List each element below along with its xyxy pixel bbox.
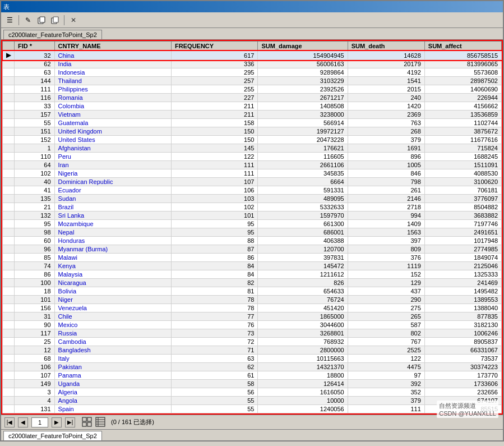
cell-sum-death: 437 <box>348 287 424 296</box>
table-row[interactable]: 68Italy631011566312273537 <box>3 355 502 363</box>
table-row[interactable]: 157Vietnam2113238000236913536859 <box>3 111 502 119</box>
table-row[interactable]: 110Peru1221166058961688245 <box>3 153 502 161</box>
table-row[interactable]: 33Colombia211140850814204156662 <box>3 102 502 111</box>
cell-sum-death: 352 <box>348 388 424 397</box>
col-header-death[interactable]: SUM_death <box>348 42 424 51</box>
cell-frequency: 211 <box>172 111 258 119</box>
cell-sum-damage: 591331 <box>258 186 348 195</box>
cell-cntry: Dominican Republic <box>54 178 172 186</box>
table-row[interactable]: 101Niger78767242901389553 <box>3 296 502 304</box>
table-row[interactable]: 102Nigeria1113458358464088530 <box>3 169 502 178</box>
cell-sum-death: 1541 <box>348 77 424 85</box>
col-header-damage[interactable]: SUM_damage <box>258 42 348 51</box>
table-row[interactable]: 4Angola5510000379674107 <box>3 397 502 405</box>
cell-sum-affect: 877835 <box>424 312 501 321</box>
toolbar-btn-copy2[interactable] <box>49 14 61 26</box>
cell-sum-death: 152 <box>348 270 424 279</box>
table-row[interactable]: 90Mexico7630446005873182130 <box>3 321 502 329</box>
table-row[interactable]: 156Venezuela784514202751388040 <box>3 304 502 312</box>
col-header-affect[interactable]: SUM_affect <box>424 42 501 51</box>
table-row[interactable]: 21Brazil102533263327188504882 <box>3 203 502 211</box>
cell-cntry: Bangladesh <box>54 346 172 355</box>
cell-frequency: 78 <box>172 304 258 312</box>
cell-cntry: Angola <box>54 397 172 405</box>
table-row[interactable]: 135Sudan10348909521463776097 <box>3 195 502 203</box>
tab-main[interactable]: c2000later_FeatureToPoint_Sp2 <box>3 30 102 39</box>
table-row[interactable]: 149Uganda581264143921733606 <box>3 380 502 388</box>
cell-fid: 31 <box>15 312 55 321</box>
table-row[interactable]: 3Algeria561616050352232656 <box>3 388 502 397</box>
cell-frequency: 81 <box>172 287 258 296</box>
row-indicator <box>3 346 15 355</box>
table-row[interactable]: 132Sri Lanka10115979709943683882 <box>3 211 502 220</box>
table-row[interactable]: 41Ecuador106591331261706181 <box>3 186 502 195</box>
cell-fid: 132 <box>15 211 55 220</box>
table-row[interactable]: 55Guatemala1585669147631102744 <box>3 119 502 127</box>
col-header-freq[interactable]: FREQUENCY <box>172 42 258 51</box>
toolbar-btn-copy1[interactable] <box>35 14 48 26</box>
cell-sum-damage: 451420 <box>258 304 348 312</box>
table-row[interactable]: 98Nepal9568600115632491651 <box>3 228 502 237</box>
cell-sum-death: 1409 <box>348 220 424 228</box>
table-row[interactable]: 60Honduras884063883971017948 <box>3 237 502 245</box>
row-indicator <box>3 119 15 127</box>
row-indicator <box>3 85 15 94</box>
table-row[interactable]: 131Spain55124005611185515 <box>3 405 502 413</box>
cell-sum-death: 2718 <box>348 203 424 211</box>
page-input[interactable] <box>31 417 48 427</box>
cell-sum-death: 129 <box>348 279 424 287</box>
table-row[interactable]: 117Russia7332688018021006246 <box>3 329 502 338</box>
row-indicator <box>3 397 15 405</box>
cell-frequency: 87 <box>172 245 258 254</box>
cell-fid: 64 <box>15 161 55 169</box>
cell-sum-affect: 3875672 <box>424 127 501 136</box>
nav-first-btn[interactable]: |◀ <box>4 417 15 427</box>
cell-sum-damage: 345835 <box>258 169 348 178</box>
bottom-tab[interactable]: c2000later_FeatureToPoint_Sp2 <box>3 431 102 440</box>
toolbar-btn-delete[interactable]: ✕ <box>67 14 80 26</box>
nav-last-btn[interactable]: ▶| <box>65 417 75 427</box>
table-row[interactable]: 107Panama611880097173770 <box>3 371 502 380</box>
table-row[interactable]: 18Bolivia816546334371495482 <box>3 287 502 296</box>
cell-sum-damage: 1865000 <box>258 312 348 321</box>
cell-sum-death: 846 <box>348 169 424 178</box>
table-row[interactable]: 151United Kingdom150199721272683875672 <box>3 127 502 136</box>
svg-rect-7 <box>87 422 91 426</box>
cell-fid: 102 <box>15 169 55 178</box>
table-row[interactable]: 144Thailand2573103229154128987502 <box>3 77 502 85</box>
nav-prev-btn[interactable]: ◀ <box>18 417 28 427</box>
cell-sum-damage: 406388 <box>258 237 348 245</box>
table-row[interactable]: 1Afghanistan1451766211691715824 <box>3 144 502 153</box>
table-row[interactable]: 63Indonesia295928986441925573608 <box>3 68 502 77</box>
toolbar-btn-edit[interactable]: ✎ <box>22 14 34 26</box>
table-row[interactable]: 116Romania2272671217240226944 <box>3 94 502 102</box>
col-header-fid[interactable]: FID * <box>15 42 55 51</box>
table-row[interactable]: 96Myanmar (Burma)871207008092774985 <box>3 245 502 254</box>
col-header-cntry[interactable]: CNTRY_NAME <box>54 42 172 51</box>
table-row[interactable]: 74Kenya8414547211192125046 <box>3 262 502 270</box>
table-row[interactable]: 95Mozambique9566130014097197746 <box>3 220 502 228</box>
table-row[interactable]: 85Malawi863978313761849074 <box>3 254 502 262</box>
table-row[interactable]: 111Philippines2552392526201514060690 <box>3 85 502 94</box>
cell-sum-affect: 241469 <box>424 279 501 287</box>
table-row[interactable]: 62India3365600616320179813996065 <box>3 60 502 68</box>
table-row[interactable]: ▶32China61715490494514628856758515 <box>3 51 502 60</box>
table-row[interactable]: 12Bangladesh712800000252566331067 <box>3 346 502 355</box>
row-indicator <box>3 136 15 144</box>
cell-frequency: 106 <box>172 186 258 195</box>
cell-sum-damage: 2800000 <box>258 346 348 355</box>
table-row[interactable]: 64Iran111266110610051511091 <box>3 161 502 169</box>
cell-sum-affect: 856758515 <box>424 51 501 60</box>
toolbar-btn-menu[interactable]: ☰ <box>3 14 16 26</box>
table-row[interactable]: 25Cambodia727689327678905837 <box>3 338 502 346</box>
table-row[interactable]: 106Pakistan6214321370447530374223 <box>3 363 502 371</box>
table-row[interactable]: 152United States1502047322837911677616 <box>3 136 502 144</box>
table-row[interactable]: 31Chile771865000265877835 <box>3 312 502 321</box>
nav-next-btn[interactable]: ▶ <box>52 417 62 427</box>
cell-sum-death: 397 <box>348 237 424 245</box>
table-row[interactable]: 100Nicaragua82826129241469 <box>3 279 502 287</box>
cell-cntry: Myanmar (Burma) <box>54 245 172 254</box>
cell-frequency: 55 <box>172 397 258 405</box>
table-row[interactable]: 40Dominican Republic10766647983100620 <box>3 178 502 186</box>
table-row[interactable]: 86Malaysia8412116121521325333 <box>3 270 502 279</box>
